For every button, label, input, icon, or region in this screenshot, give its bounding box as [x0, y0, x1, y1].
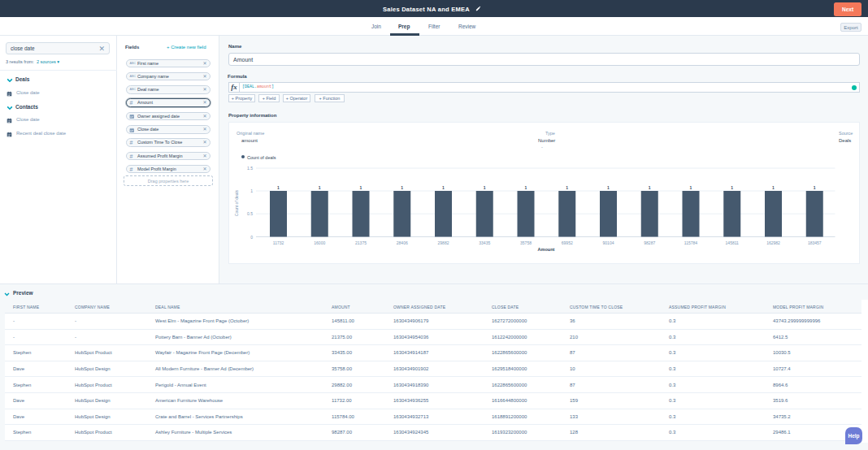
svg-text:35758: 35758	[520, 240, 532, 245]
svg-text:1: 1	[360, 185, 362, 190]
svg-text:98287: 98287	[644, 240, 655, 245]
svg-text:0.5: 0.5	[247, 211, 253, 216]
svg-text:Count of deals: Count of deals	[247, 155, 276, 160]
svg-text:69952: 69952	[562, 240, 573, 245]
svg-text:33435: 33435	[479, 240, 490, 245]
svg-text:Count of deals: Count of deals	[234, 189, 239, 216]
svg-text:1: 1	[525, 185, 527, 190]
svg-text:1: 1	[814, 185, 816, 190]
svg-text:29882: 29882	[438, 240, 449, 245]
svg-text:1: 1	[772, 185, 775, 190]
svg-text:1: 1	[484, 185, 486, 190]
svg-text:Amount: Amount	[538, 247, 555, 252]
svg-text:115784: 115784	[684, 240, 698, 245]
svg-text:1: 1	[566, 185, 568, 190]
svg-text:1: 1	[401, 185, 403, 190]
svg-text:1: 1	[250, 188, 253, 193]
svg-text:183457: 183457	[808, 240, 822, 245]
svg-text:28406: 28406	[397, 240, 408, 245]
svg-text:0: 0	[250, 235, 253, 240]
svg-text:1: 1	[649, 185, 651, 190]
svg-text:1: 1	[731, 185, 733, 190]
svg-text:21375: 21375	[355, 240, 367, 245]
svg-text:90104: 90104	[603, 240, 614, 245]
svg-text:1: 1	[690, 185, 692, 190]
svg-text:1: 1	[277, 185, 280, 190]
svg-text:16000: 16000	[314, 240, 325, 245]
svg-text:1.5: 1.5	[247, 166, 253, 171]
svg-text:1: 1	[442, 185, 445, 190]
svg-text:11732: 11732	[273, 240, 284, 245]
svg-text:145811: 145811	[726, 240, 740, 245]
svg-text:162982: 162982	[766, 240, 780, 245]
svg-text:1: 1	[607, 185, 610, 190]
svg-text:1: 1	[319, 185, 321, 190]
